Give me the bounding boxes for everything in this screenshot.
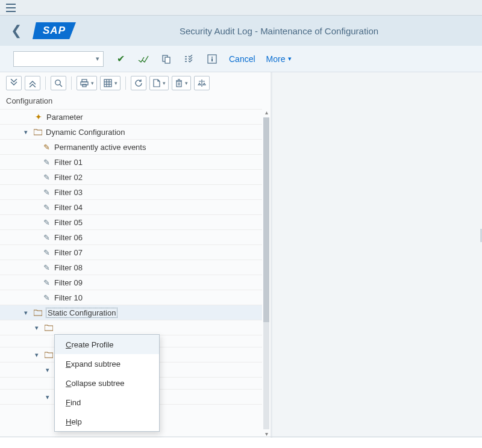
chevron-down-icon: ▾	[96, 55, 99, 63]
tree-item-filter[interactable]: ✎Filter 10	[0, 290, 262, 305]
tree-item-filter[interactable]: ✎Filter 05	[0, 214, 262, 229]
svg-line-6	[60, 84, 62, 87]
sap-logo: SAP	[33, 20, 76, 42]
tree-item-dynamic-configuration[interactable]: ▾ Dynamic Configuration	[0, 124, 262, 139]
search-button[interactable]	[51, 76, 66, 90]
pencil-icon: ✎	[41, 188, 52, 197]
pencil-icon: ✎	[41, 263, 52, 272]
expander-open-icon[interactable]: ▾	[33, 351, 41, 359]
tree-pane: ▾ ▾ ▾ ▾ Configuration	[0, 72, 272, 438]
svg-point-3	[211, 57, 213, 58]
delete-button[interactable]: ▾	[172, 76, 191, 90]
scroll-up-icon[interactable]: ▴	[265, 109, 268, 116]
parameter-icon: ✦	[33, 112, 44, 122]
compare-button[interactable]	[194, 76, 210, 90]
chevron-down-icon: ▾	[163, 80, 166, 86]
chevron-down-icon: ▾	[114, 80, 117, 86]
copy-icon[interactable]	[160, 53, 172, 65]
context-menu: Create Profile Expand subtree Collapse s…	[54, 334, 160, 432]
menu-item-collapse-subtree[interactable]: Collapse subtree	[55, 373, 159, 393]
pencil-icon: ✎	[41, 173, 52, 182]
statusbar-divider	[0, 437, 482, 437]
cancel-button[interactable]: Cancel	[229, 54, 255, 64]
tree-item-filter[interactable]: ✎Filter 03	[0, 184, 262, 199]
menu-icon[interactable]	[6, 4, 16, 12]
page-title: Security Audit Log - Maintenance of Conf…	[180, 26, 378, 36]
tree-item-permanent-events[interactable]: ✎ Permanently active events	[0, 139, 262, 154]
tools-icon: ✎	[41, 143, 52, 152]
pencil-icon: ✎	[41, 248, 52, 257]
pencil-icon: ✎	[41, 158, 52, 167]
tree-item[interactable]: ▾	[0, 320, 262, 335]
scroll-track[interactable]	[263, 117, 269, 429]
menubar	[0, 0, 482, 16]
expander-open-icon[interactable]: ▾	[22, 128, 30, 136]
tree-item-parameter[interactable]: ✦ Parameter	[0, 109, 262, 124]
back-button[interactable]: ❮	[7, 23, 25, 39]
layout-button[interactable]: ▾	[100, 76, 120, 90]
menu-item-help[interactable]: Help	[55, 412, 159, 431]
pencil-icon: ✎	[41, 233, 52, 242]
tree-item-filter[interactable]: ✎Filter 08	[0, 260, 262, 275]
action-toolbar: ▾ ✔ Cancel More ▾	[0, 46, 482, 72]
chevron-down-icon: ▾	[185, 80, 188, 86]
expander-open-icon[interactable]: ▾	[43, 393, 52, 401]
header: ❮ SAP Security Audit Log - Maintenance o…	[0, 16, 482, 46]
folder-open-icon	[33, 309, 43, 316]
scrollbar[interactable]: ▴ ▾	[263, 109, 270, 438]
tree-item-filter[interactable]: ✎Filter 02	[0, 169, 262, 184]
folder-open-icon	[33, 128, 43, 135]
expand-all-button[interactable]	[6, 76, 22, 90]
pencil-icon: ✎	[41, 293, 52, 302]
checklist-icon[interactable]	[183, 53, 195, 65]
pencil-icon: ✎	[41, 218, 52, 227]
svg-rect-4	[211, 58, 213, 61]
print-button[interactable]: ▾	[77, 76, 97, 90]
menu-item-create-profile[interactable]: Create Profile	[55, 335, 159, 354]
tree-item-filter[interactable]: ✎Filter 04	[0, 199, 262, 214]
svg-rect-7	[82, 79, 87, 82]
svg-rect-15	[177, 81, 181, 87]
info-icon[interactable]	[206, 53, 218, 65]
activate-icon[interactable]	[137, 53, 149, 65]
pencil-icon: ✎	[41, 278, 52, 287]
tree-item-filter[interactable]: ✎Filter 01	[0, 154, 262, 169]
new-button[interactable]: ▾	[149, 76, 169, 90]
expander-open-icon[interactable]: ▾	[22, 309, 30, 317]
folder-open-icon	[43, 324, 54, 331]
accept-icon[interactable]: ✔	[114, 53, 127, 65]
tree-item-filter[interactable]: ✎Filter 09	[0, 275, 262, 290]
more-button[interactable]: More ▾	[266, 54, 292, 64]
chevron-down-icon: ▾	[91, 80, 94, 86]
svg-rect-1	[165, 57, 170, 63]
tree-item-filter[interactable]: ✎Filter 07	[0, 244, 262, 260]
pencil-icon: ✎	[41, 203, 52, 212]
chevron-down-icon: ▾	[288, 55, 292, 63]
menu-item-find[interactable]: Find	[55, 393, 159, 412]
svg-point-5	[55, 80, 60, 85]
refresh-button[interactable]	[131, 76, 146, 90]
tree-item-static-configuration[interactable]: ▾ Static Configuration	[0, 305, 262, 320]
command-field[interactable]: ▾	[13, 51, 104, 67]
detail-pane	[272, 72, 482, 438]
expander-open-icon[interactable]: ▾	[33, 324, 41, 332]
tree-toolbar: ▾ ▾ ▾ ▾	[0, 72, 271, 94]
svg-rect-10	[104, 79, 111, 87]
collapse-all-button[interactable]	[25, 76, 40, 90]
scroll-thumb[interactable]	[263, 117, 269, 322]
folder-open-icon	[43, 351, 54, 358]
tree-header: Configuration	[0, 94, 271, 109]
expander-open-icon[interactable]: ▾	[43, 366, 52, 374]
tree-item-filter[interactable]: ✎Filter 06	[0, 229, 262, 244]
menu-item-expand-subtree[interactable]: Expand subtree	[55, 354, 159, 373]
